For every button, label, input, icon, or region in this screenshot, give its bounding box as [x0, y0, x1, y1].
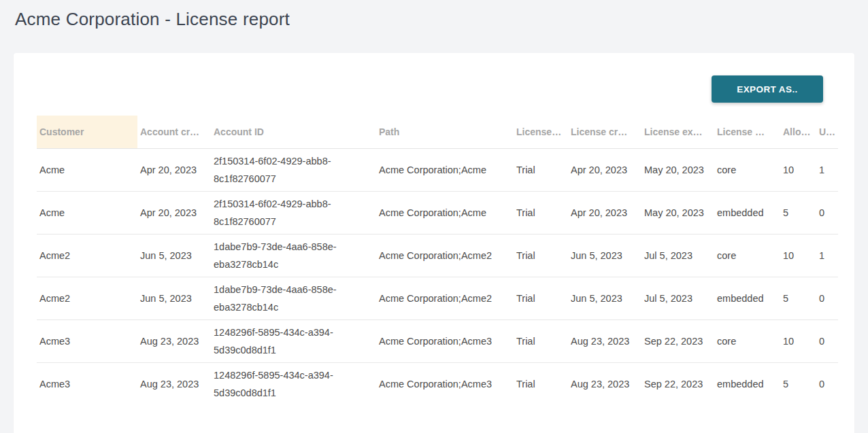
cell-allocated: 10: [780, 148, 816, 191]
cell-license-expiry: May 20, 2023: [641, 191, 714, 234]
table-header: CustomerAccount cr…Account IDPathLicense…: [37, 116, 838, 148]
cell-customer: Acme3: [37, 362, 137, 405]
cell-account-id: 2f150314-6f02-4929-abb8-8c1f82760077: [211, 148, 376, 191]
cell-customer: Acme2: [37, 277, 137, 319]
cell-license-type: Trial: [514, 277, 568, 319]
cell-account-created: Aug 23, 2023: [137, 362, 211, 405]
cell-account-created: Apr 20, 2023: [137, 191, 211, 234]
cell-customer: Acme: [37, 148, 137, 191]
cell-allocated: 10: [780, 234, 816, 277]
cell-license-product: core: [714, 148, 780, 191]
cell-account-id: 1248296f-5895-434c-a394-5d39c0d8d1f1: [211, 319, 376, 362]
column-header-allocated[interactable]: Allo…: [780, 116, 816, 148]
cell-license-product: core: [714, 234, 780, 277]
column-header-account-id[interactable]: Account ID: [211, 116, 376, 148]
cell-license-expiry: May 20, 2023: [641, 148, 714, 191]
cell-license-created: Aug 23, 2023: [568, 362, 641, 405]
column-header-license-expiry[interactable]: License ex…: [641, 116, 714, 148]
cell-customer: Acme: [37, 191, 137, 234]
table-row: AcmeApr 20, 20232f150314-6f02-4929-abb8-…: [37, 148, 838, 191]
cell-license-product: embedded: [714, 191, 780, 234]
cell-account-id: 2f150314-6f02-4929-abb8-8c1f82760077: [211, 191, 376, 234]
cell-license-type: Trial: [514, 362, 568, 405]
cell-license-product: embedded: [714, 277, 780, 319]
cell-allocated: 5: [780, 277, 816, 319]
report-card: EXPORT AS.. CustomerAccount cr…Account I…: [14, 53, 854, 433]
cell-license-type: Trial: [514, 148, 568, 191]
column-header-license-product[interactable]: License …: [714, 116, 780, 148]
cell-license-created: Apr 20, 2023: [568, 191, 641, 234]
cell-used: 1: [816, 148, 838, 191]
column-header-path[interactable]: Path: [376, 116, 514, 148]
cell-license-created: Jun 5, 2023: [568, 277, 641, 319]
cell-path: Acme Corporation;Acme3: [376, 362, 514, 405]
cell-license-created: Aug 23, 2023: [568, 319, 641, 362]
table-header-row: CustomerAccount cr…Account IDPathLicense…: [37, 116, 838, 148]
license-table: CustomerAccount cr…Account IDPathLicense…: [37, 116, 838, 405]
cell-license-type: Trial: [514, 234, 568, 277]
cell-license-expiry: Sep 22, 2023: [641, 319, 714, 362]
cell-used: 0: [816, 191, 838, 234]
table-row: AcmeApr 20, 20232f150314-6f02-4929-abb8-…: [37, 191, 838, 234]
cell-path: Acme Corporation;Acme: [376, 148, 514, 191]
page-title: Acme Corporation - License report: [0, 0, 868, 30]
column-header-license-type[interactable]: License…: [514, 116, 568, 148]
cell-license-created: Jun 5, 2023: [568, 234, 641, 277]
table-row: Acme3Aug 23, 20231248296f-5895-434c-a394…: [37, 362, 838, 405]
cell-allocated: 5: [780, 191, 816, 234]
cell-account-id: 1dabe7b9-73de-4aa6-858e-eba3278cb14c: [211, 277, 376, 319]
export-as-button[interactable]: EXPORT AS..: [712, 75, 823, 103]
column-header-license-created[interactable]: License cr…: [568, 116, 641, 148]
cell-used: 1: [816, 234, 838, 277]
table-body: AcmeApr 20, 20232f150314-6f02-4929-abb8-…: [37, 148, 838, 405]
column-header-customer[interactable]: Customer: [37, 116, 137, 148]
cell-used: 0: [816, 362, 838, 405]
cell-customer: Acme3: [37, 319, 137, 362]
cell-account-id: 1dabe7b9-73de-4aa6-858e-eba3278cb14c: [211, 234, 376, 277]
cell-path: Acme Corporation;Acme2: [376, 277, 514, 319]
table-row: Acme3Aug 23, 20231248296f-5895-434c-a394…: [37, 319, 838, 362]
cell-account-id: 1248296f-5895-434c-a394-5d39c0d8d1f1: [211, 362, 376, 405]
table-row: Acme2Jun 5, 20231dabe7b9-73de-4aa6-858e-…: [37, 277, 838, 319]
cell-license-expiry: Sep 22, 2023: [641, 362, 714, 405]
cell-account-created: Jun 5, 2023: [137, 234, 211, 277]
cell-account-created: Apr 20, 2023: [137, 148, 211, 191]
cell-license-created: Apr 20, 2023: [568, 148, 641, 191]
cell-path: Acme Corporation;Acme: [376, 191, 514, 234]
column-header-account-created[interactable]: Account cr…: [137, 116, 211, 148]
cell-license-expiry: Jul 5, 2023: [641, 234, 714, 277]
cell-path: Acme Corporation;Acme3: [376, 319, 514, 362]
cell-license-type: Trial: [514, 319, 568, 362]
table-row: Acme2Jun 5, 20231dabe7b9-73de-4aa6-858e-…: [37, 234, 838, 277]
cell-license-type: Trial: [514, 191, 568, 234]
column-header-used[interactable]: U…: [816, 116, 838, 148]
cell-account-created: Jun 5, 2023: [137, 277, 211, 319]
cell-allocated: 10: [780, 319, 816, 362]
cell-used: 0: [816, 319, 838, 362]
cell-account-created: Aug 23, 2023: [137, 319, 211, 362]
cell-license-expiry: Jul 5, 2023: [641, 277, 714, 319]
cell-allocated: 5: [780, 362, 816, 405]
toolbar: EXPORT AS..: [14, 53, 854, 103]
cell-license-product: embedded: [714, 362, 780, 405]
cell-customer: Acme2: [37, 234, 137, 277]
cell-used: 0: [816, 277, 838, 319]
cell-path: Acme Corporation;Acme2: [376, 234, 514, 277]
cell-license-product: core: [714, 319, 780, 362]
